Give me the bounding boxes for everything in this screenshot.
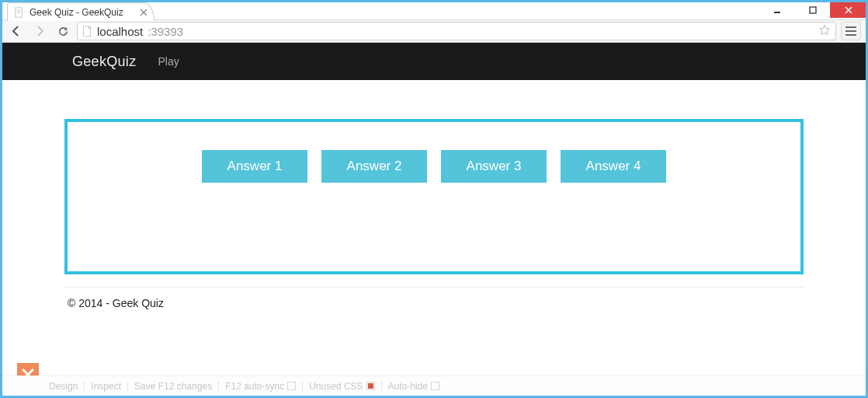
page-icon [82, 26, 92, 37]
nav-back-button[interactable] [7, 22, 26, 40]
page-container: Answer 1 Answer 2 Answer 3 Answer 4 [2, 80, 866, 274]
browser-toolbar: localhost:39393 [2, 19, 866, 43]
answer-button-3[interactable]: Answer 3 [441, 150, 547, 183]
address-bar[interactable]: localhost:39393 [77, 22, 836, 40]
window-maximize-button[interactable] [794, 2, 830, 18]
answer-button-4[interactable]: Answer 4 [561, 150, 666, 183]
dev-autosync-checkbox[interactable] [287, 382, 296, 390]
os-titlebar: Geek Quiz - GeekQuiz [2, 2, 866, 19]
window-close-button[interactable] [830, 2, 866, 18]
tab-title: Geek Quiz - GeekQuiz [30, 7, 123, 18]
svg-rect-9 [845, 34, 856, 36]
dev-design-button[interactable]: Design [49, 381, 78, 392]
svg-rect-3 [17, 12, 21, 13]
svg-rect-8 [845, 30, 856, 32]
site-brand[interactable]: GeekQuiz [72, 54, 136, 70]
svg-rect-1 [17, 9, 21, 10]
url-port: :39393 [148, 25, 183, 38]
bookmark-star-icon[interactable] [818, 24, 831, 39]
tab-close-icon[interactable] [138, 7, 149, 18]
app-window: Geek Quiz - GeekQuiz [2, 2, 866, 396]
svg-rect-4 [774, 12, 780, 13]
dev-unused-checkbox[interactable] [366, 382, 375, 390]
browser-tabstrip: Geek Quiz - GeekQuiz [7, 2, 165, 21]
window-minimize-button[interactable] [759, 2, 794, 18]
svg-rect-2 [17, 11, 21, 12]
footer-separator [64, 287, 804, 288]
browserlink-toolbar: Design Inspect Save F12 changes F12 auto… [2, 375, 866, 396]
dev-save-button[interactable]: Save F12 changes [134, 381, 212, 392]
page-viewport: GeekQuiz Play Answer 1 Answer 2 Answer 3… [2, 43, 866, 396]
nav-link-play[interactable]: Play [158, 55, 179, 68]
answer-button-2[interactable]: Answer 2 [321, 150, 427, 183]
svg-rect-7 [845, 26, 856, 28]
window-controls [759, 2, 866, 18]
svg-rect-5 [810, 7, 816, 13]
dev-autohide-checkbox[interactable] [431, 382, 439, 390]
footer-copyright: © 2014 - Geek Quiz [2, 297, 866, 309]
dev-autohide-label: Auto-hide [388, 381, 428, 392]
nav-reload-button[interactable] [54, 22, 72, 40]
url-host: localhost [97, 25, 143, 38]
quiz-card: Answer 1 Answer 2 Answer 3 Answer 4 [64, 119, 804, 274]
page-favicon-icon [14, 7, 25, 18]
site-navbar: GeekQuiz Play [2, 43, 866, 80]
dev-inspect-button[interactable]: Inspect [91, 381, 121, 392]
answer-button-1[interactable]: Answer 1 [202, 150, 307, 183]
nav-forward-button[interactable] [30, 22, 49, 40]
browser-tab[interactable]: Geek Quiz - GeekQuiz [7, 2, 155, 21]
browser-menu-button[interactable] [841, 22, 861, 40]
dev-unused-label: Unused CSS [309, 381, 363, 392]
dev-autosync-label: F12 auto-sync [225, 381, 284, 392]
